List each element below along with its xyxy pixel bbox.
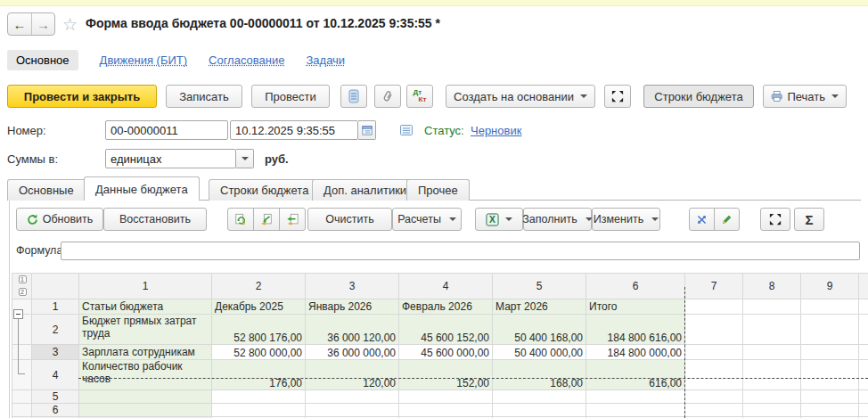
cell-value[interactable]: 152,00 [399,360,493,390]
group-level-2-button[interactable]: 2 [19,288,27,296]
col-header[interactable]: 1 [79,274,212,299]
forward-button[interactable]: → [31,13,54,35]
cell-empty[interactable] [859,404,868,417]
excel-reload-button[interactable] [227,208,254,231]
document-register-button[interactable] [340,85,367,108]
cell-value[interactable]: 36 000 120,00 [306,315,399,345]
col-header[interactable]: 3 [306,274,399,299]
post-and-close-button[interactable]: Провести и закрыть [7,85,157,108]
change-button[interactable]: Изменить [592,208,660,231]
cell-empty[interactable] [399,404,493,417]
row-header[interactable]: 5 [32,390,79,404]
group-level-1-button[interactable]: 1 [19,275,27,283]
cell-empty[interactable] [493,390,586,404]
post-button[interactable]: Провести [251,85,330,108]
cell-empty[interactable] [859,360,868,390]
excel-unload-button[interactable] [279,208,306,231]
row-header[interactable]: 1 [32,299,79,315]
cell-empty[interactable] [859,299,868,315]
row-header-current[interactable]: 3 [32,345,79,360]
cell-value[interactable]: 50 400 000,00 [493,345,586,360]
cell-value[interactable]: 45 600 000,00 [399,345,493,360]
budget-lines-button[interactable]: Строки бюджета [643,85,754,108]
number-field[interactable]: 00-00000011 [105,120,228,140]
swap-axes-button[interactable] [689,208,715,231]
cell-month[interactable]: Декабрь 2025 [212,299,306,315]
edit-cell-button[interactable] [714,208,740,231]
cell-empty[interactable] [306,404,399,417]
fill-button[interactable]: Заполнить [523,208,592,231]
nav-link-approval[interactable]: Согласование [209,53,284,67]
row-header[interactable]: 6 [32,404,79,417]
col-header[interactable]: 5 [493,274,586,299]
calculations-button[interactable]: Расчеты [392,208,462,231]
tab-other[interactable]: Прочее [406,179,470,201]
cell-empty[interactable] [743,299,801,315]
col-header[interactable]: 9 [801,274,859,299]
cell-empty[interactable] [801,299,859,315]
row-header[interactable]: 2 [32,315,79,345]
status-list-icon[interactable] [399,123,414,137]
nav-link-main[interactable]: Основное [7,50,78,70]
nav-link-tasks[interactable]: Задачи [306,53,345,67]
cell-empty[interactable] [743,390,801,404]
cell-empty[interactable] [79,404,212,417]
tab-main[interactable]: Основные [7,179,86,201]
refresh-button[interactable]: Обновить [16,208,103,231]
cell-empty[interactable] [801,315,859,345]
cell-empty[interactable] [306,390,399,404]
col-header[interactable]: 7 [685,274,743,299]
tab-budget-lines[interactable]: Строки бюджета [209,179,320,201]
clear-button[interactable]: Очистить [307,208,392,231]
sums-in-dropdown-button[interactable] [236,149,254,168]
cell-empty[interactable] [493,404,586,417]
cell-value[interactable]: 168,00 [493,360,586,390]
cell-article[interactable]: Бюджет прямых затрат труда [79,315,212,345]
cell-value[interactable]: 52 800 176,00 [212,315,306,345]
cell-empty[interactable] [801,404,859,417]
tab-budget-data[interactable]: Данные бюджета [84,176,200,201]
excel-load-button[interactable] [253,208,280,231]
print-button[interactable]: Печать [763,85,847,108]
cell-total[interactable]: 184 800 000,00 [586,345,685,360]
restore-button[interactable]: Восстановить [103,208,207,231]
formula-input[interactable] [61,242,860,260]
cell-value[interactable]: 50 400 168,00 [493,315,586,345]
cell-empty[interactable] [399,390,493,404]
cell-month[interactable]: Февраль 2026 [399,299,493,315]
fullscreen-button[interactable] [604,85,631,108]
cell-total[interactable]: 616,00 [586,360,685,390]
nav-link-movements[interactable]: Движения (БИТ) [100,53,187,67]
col-header[interactable]: 8 [743,274,801,299]
cell-total[interactable]: 184 800 616,00 [586,315,685,345]
cell-value[interactable]: 45 600 152,00 [399,315,493,345]
group-collapse-button[interactable] [13,309,23,319]
cell-empty[interactable] [743,404,801,417]
cell-empty[interactable] [685,299,743,315]
sums-in-select[interactable]: единицах [105,149,236,168]
cell-empty[interactable] [685,404,743,417]
cell-article[interactable]: Количество рабочик часов [79,360,212,390]
cell-value[interactable]: 176,00 [212,360,306,390]
cell-value[interactable]: 52 800 000,00 [212,345,306,360]
cell-empty[interactable] [801,360,859,390]
cell-month[interactable]: Январь 2026 [306,299,399,315]
cell-empty[interactable] [859,390,868,404]
cell-empty[interactable] [586,404,685,417]
cell-empty[interactable] [859,345,868,360]
back-button[interactable]: ← [8,13,31,35]
status-value-link[interactable]: Черновик [471,124,521,137]
cell-article[interactable]: Зарплата сотрудникам [79,345,212,360]
table-fullscreen-button[interactable] [760,208,790,231]
row-header[interactable]: 4 [32,360,79,390]
cell-empty[interactable] [685,360,743,390]
cell-empty[interactable] [801,390,859,404]
cell-value[interactable]: 36 000 000,00 [306,345,399,360]
cell-empty[interactable] [743,315,801,345]
create-based-on-button[interactable]: Создать на основании [446,85,595,108]
date-field[interactable]: 10.12.2025 9:35:55 [230,120,358,140]
cell-empty[interactable] [79,390,212,404]
excel-menu-button[interactable]: X [475,208,523,231]
cell-empty[interactable] [586,390,685,404]
cell-value[interactable]: 120,00 [306,360,399,390]
